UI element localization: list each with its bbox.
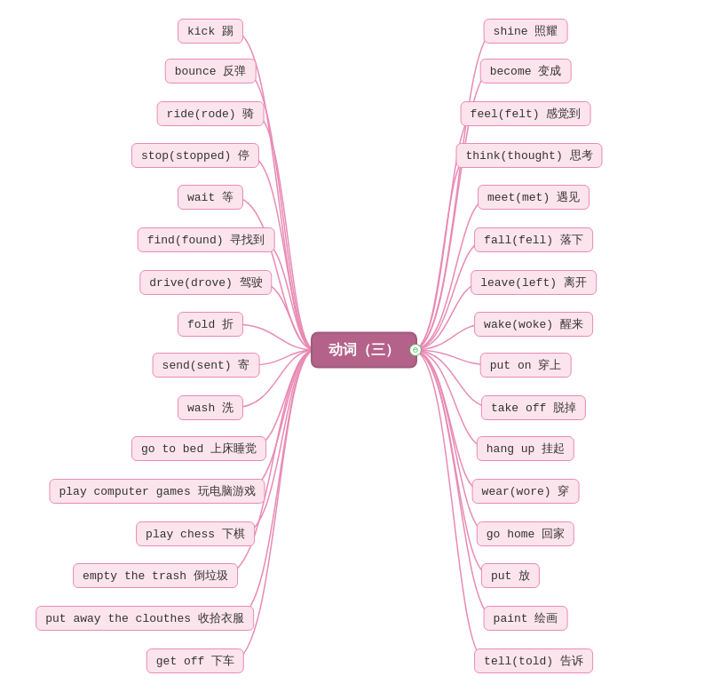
right-node-r8[interactable]: wake(woke) 醒来 xyxy=(474,312,593,337)
right-node-r11[interactable]: hang up 挂起 xyxy=(477,436,574,461)
left-node-l6[interactable]: find(found) 寻找到 xyxy=(138,227,275,252)
left-node-l9[interactable]: send(sent) 寄 xyxy=(153,353,260,378)
right-node-r3[interactable]: feel(felt) 感觉到 xyxy=(461,101,591,126)
right-node-r4[interactable]: think(thought) 思考 xyxy=(455,143,602,168)
left-node-l3[interactable]: ride(rode) 骑 xyxy=(157,101,265,126)
right-node-r16[interactable]: tell(told) 告诉 xyxy=(474,648,593,673)
right-node-r13[interactable]: go home 回家 xyxy=(477,521,574,546)
mind-map: 动词（三）⊖kick 踢bounce 反弹ride(rode) 骑stop(st… xyxy=(0,0,728,700)
left-node-l15[interactable]: put away the clouthes 收拾衣服 xyxy=(36,606,254,631)
right-node-r15[interactable]: paint 绘画 xyxy=(484,606,568,631)
left-node-l16[interactable]: get off 下车 xyxy=(146,648,244,673)
right-node-r1[interactable]: shine 照耀 xyxy=(484,19,568,44)
left-node-l10[interactable]: wash 洗 xyxy=(178,395,243,420)
right-node-r10[interactable]: take off 脱掉 xyxy=(481,395,586,420)
left-node-l7[interactable]: drive(drove) 驾驶 xyxy=(139,270,272,295)
right-node-r6[interactable]: fall(fell) 落下 xyxy=(474,227,593,252)
left-node-l14[interactable]: empty the trash 倒垃圾 xyxy=(73,563,238,588)
center-node[interactable]: 动词（三） xyxy=(311,332,417,369)
expand-icon[interactable]: ⊖ xyxy=(409,344,422,356)
right-node-r2[interactable]: become 变成 xyxy=(480,59,572,84)
left-node-l13[interactable]: play chess 下棋 xyxy=(136,521,255,546)
right-node-r14[interactable]: put 放 xyxy=(481,563,540,588)
right-node-r7[interactable]: leave(left) 离开 xyxy=(471,270,597,295)
left-node-l1[interactable]: kick 踢 xyxy=(178,19,243,44)
left-node-l4[interactable]: stop(stopped) 停 xyxy=(131,143,259,168)
left-node-l5[interactable]: wait 等 xyxy=(178,185,243,210)
right-node-r12[interactable]: wear(wore) 穿 xyxy=(472,479,580,504)
left-node-l11[interactable]: go to bed 上床睡觉 xyxy=(131,436,266,461)
right-node-r5[interactable]: meet(met) 遇见 xyxy=(478,185,590,210)
left-node-l12[interactable]: play computer games 玩电脑游戏 xyxy=(49,479,265,504)
right-node-r9[interactable]: put on 穿上 xyxy=(480,353,572,378)
left-node-l8[interactable]: fold 折 xyxy=(178,312,243,337)
left-node-l2[interactable]: bounce 反弹 xyxy=(165,59,257,84)
